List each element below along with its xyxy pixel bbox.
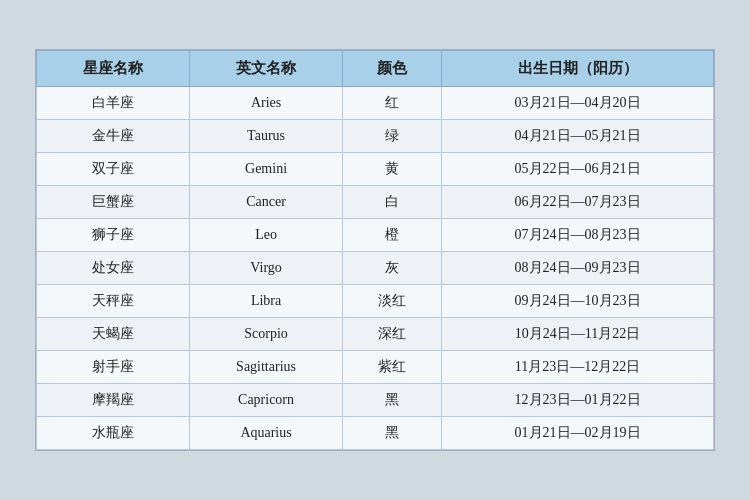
cell-date: 03月21日—04月20日 — [442, 87, 714, 120]
table-row: 水瓶座Aquarius黑01月21日—02月19日 — [37, 417, 714, 450]
table-row: 双子座Gemini黄05月22日—06月21日 — [37, 153, 714, 186]
col-header-date: 出生日期（阳历） — [442, 51, 714, 87]
cell-zh: 狮子座 — [37, 219, 190, 252]
table-row: 金牛座Taurus绿04月21日—05月21日 — [37, 120, 714, 153]
cell-en: Capricorn — [190, 384, 343, 417]
cell-color: 淡红 — [343, 285, 442, 318]
cell-date: 01月21日—02月19日 — [442, 417, 714, 450]
cell-date: 06月22日—07月23日 — [442, 186, 714, 219]
cell-date: 09月24日—10月23日 — [442, 285, 714, 318]
table-row: 天秤座Libra淡红09月24日—10月23日 — [37, 285, 714, 318]
table-row: 狮子座Leo橙07月24日—08月23日 — [37, 219, 714, 252]
col-header-color: 颜色 — [343, 51, 442, 87]
cell-en: Scorpio — [190, 318, 343, 351]
table-body: 白羊座Aries红03月21日—04月20日金牛座Taurus绿04月21日—0… — [37, 87, 714, 450]
cell-zh: 巨蟹座 — [37, 186, 190, 219]
cell-color: 绿 — [343, 120, 442, 153]
cell-date: 05月22日—06月21日 — [442, 153, 714, 186]
cell-zh: 射手座 — [37, 351, 190, 384]
cell-en: Leo — [190, 219, 343, 252]
cell-color: 灰 — [343, 252, 442, 285]
table-row: 白羊座Aries红03月21日—04月20日 — [37, 87, 714, 120]
cell-date: 10月24日—11月22日 — [442, 318, 714, 351]
table-header-row: 星座名称 英文名称 颜色 出生日期（阳历） — [37, 51, 714, 87]
table-row: 摩羯座Capricorn黑12月23日—01月22日 — [37, 384, 714, 417]
cell-date: 04月21日—05月21日 — [442, 120, 714, 153]
cell-en: Libra — [190, 285, 343, 318]
cell-date: 07月24日—08月23日 — [442, 219, 714, 252]
cell-date: 12月23日—01月22日 — [442, 384, 714, 417]
table-row: 巨蟹座Cancer白06月22日—07月23日 — [37, 186, 714, 219]
cell-color: 黑 — [343, 384, 442, 417]
cell-en: Aries — [190, 87, 343, 120]
cell-zh: 水瓶座 — [37, 417, 190, 450]
cell-en: Gemini — [190, 153, 343, 186]
cell-color: 白 — [343, 186, 442, 219]
cell-zh: 处女座 — [37, 252, 190, 285]
table-row: 射手座Sagittarius紫红11月23日—12月22日 — [37, 351, 714, 384]
col-header-zh: 星座名称 — [37, 51, 190, 87]
table-row: 天蝎座Scorpio深红10月24日—11月22日 — [37, 318, 714, 351]
cell-color: 红 — [343, 87, 442, 120]
cell-zh: 摩羯座 — [37, 384, 190, 417]
cell-en: Virgo — [190, 252, 343, 285]
cell-color: 黄 — [343, 153, 442, 186]
cell-zh: 双子座 — [37, 153, 190, 186]
cell-date: 11月23日—12月22日 — [442, 351, 714, 384]
cell-en: Aquarius — [190, 417, 343, 450]
zodiac-table: 星座名称 英文名称 颜色 出生日期（阳历） 白羊座Aries红03月21日—04… — [36, 50, 714, 450]
cell-zh: 天蝎座 — [37, 318, 190, 351]
cell-color: 深红 — [343, 318, 442, 351]
cell-en: Taurus — [190, 120, 343, 153]
cell-en: Cancer — [190, 186, 343, 219]
cell-color: 橙 — [343, 219, 442, 252]
table-row: 处女座Virgo灰08月24日—09月23日 — [37, 252, 714, 285]
zodiac-table-container: 星座名称 英文名称 颜色 出生日期（阳历） 白羊座Aries红03月21日—04… — [35, 49, 715, 451]
cell-en: Sagittarius — [190, 351, 343, 384]
cell-color: 紫红 — [343, 351, 442, 384]
cell-zh: 天秤座 — [37, 285, 190, 318]
cell-zh: 白羊座 — [37, 87, 190, 120]
col-header-en: 英文名称 — [190, 51, 343, 87]
cell-zh: 金牛座 — [37, 120, 190, 153]
cell-color: 黑 — [343, 417, 442, 450]
cell-date: 08月24日—09月23日 — [442, 252, 714, 285]
